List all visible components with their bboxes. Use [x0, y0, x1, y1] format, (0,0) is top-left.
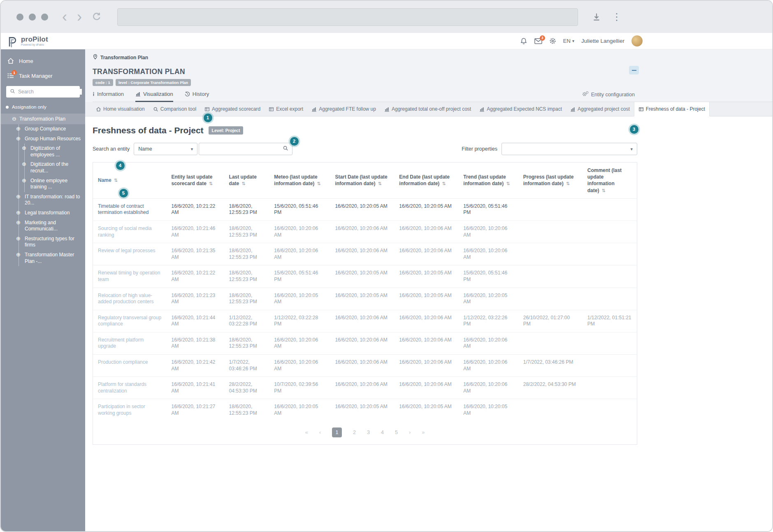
entity-name-link[interactable]: Participation in sector working groups	[93, 399, 166, 421]
sort-icon[interactable]: ⇅	[442, 181, 446, 186]
table-row[interactable]: Platform for standards centralization16/…	[93, 377, 637, 399]
subtab-home-visualisation[interactable]: Home visualisation	[92, 102, 149, 116]
bell-icon[interactable]	[520, 37, 527, 45]
expand-node-icon[interactable]: ⊕	[22, 145, 26, 152]
assignation-toggle[interactable]: Assignation only	[1, 101, 85, 113]
table-row[interactable]: Renewal timing by operation team16/6/202…	[93, 265, 637, 288]
entity-name-link[interactable]: Timetable of contract termination establ…	[93, 198, 166, 221]
column-header[interactable]: Start Date (last update information date…	[330, 163, 394, 198]
sidebar-item-home[interactable]: Home	[1, 53, 85, 68]
subtab-comparison-tool[interactable]: Comparison tool	[149, 102, 200, 116]
search-icon[interactable]	[283, 145, 288, 153]
expand-node-icon[interactable]: ⊕	[16, 193, 21, 200]
language-selector[interactable]: EN ▾	[563, 38, 574, 44]
entity-search-input[interactable]	[203, 146, 283, 152]
sidebar-item-task-manager[interactable]: 1 Task Manager	[1, 68, 85, 83]
tree-item[interactable]: ⊕Online employee training ...	[1, 176, 85, 192]
entity-name-link[interactable]: Renewal timing by operation team	[93, 265, 166, 288]
tree-item[interactable]: ⊕IT transformation: road to 20...	[1, 192, 85, 208]
table-row[interactable]: Regulatory transversal group compliance1…	[93, 310, 637, 332]
sort-icon[interactable]: ⇅	[209, 181, 213, 186]
column-header[interactable]: Meteo (last update information date)⇅	[269, 163, 330, 198]
expand-node-icon[interactable]: ⊕	[16, 125, 21, 132]
sort-icon[interactable]: ⇅	[601, 188, 605, 193]
tree-item[interactable]: ⊕Marketing and Communicati...	[1, 218, 85, 234]
filter-properties-select[interactable]: ▾	[501, 143, 637, 155]
first-page-button[interactable]: «	[305, 429, 308, 435]
propilot-logo[interactable]: proPilot Powered by dFakto	[7, 35, 48, 47]
sort-icon[interactable]: ⇅	[566, 181, 570, 186]
back-button[interactable]: ‹	[62, 11, 67, 23]
column-header[interactable]: Name⇅	[93, 163, 166, 198]
window-controls[interactable]	[16, 14, 48, 21]
entity-name-link[interactable]: Recruitment platform upgrade	[93, 332, 166, 354]
sort-icon[interactable]: ⇅	[506, 181, 510, 186]
table-row[interactable]: Sourcing of social media ranking16/6/202…	[93, 221, 637, 243]
last-page-button[interactable]: »	[422, 429, 425, 435]
expand-node-icon[interactable]: ⊕	[16, 235, 21, 242]
browser-menu-icon[interactable]: ⋮	[612, 12, 622, 22]
subtab-aggregated-fte-follow-up[interactable]: Aggregated FTE follow up	[307, 102, 380, 116]
expand-node-icon[interactable]: ⊕	[16, 135, 21, 142]
tab-information[interactable]: Information	[93, 91, 124, 102]
column-header[interactable]: Progress (last update information date)⇅	[518, 163, 583, 198]
next-page-button[interactable]: ›	[409, 429, 411, 435]
expand-node-icon[interactable]: ⊕	[16, 219, 21, 226]
page-button-4[interactable]: 4	[381, 430, 384, 435]
entity-name-link[interactable]: Review of legal processes	[93, 243, 166, 265]
tab-visualization[interactable]: Visualization	[135, 91, 173, 102]
column-header[interactable]: End Date (last update information date)⇅	[394, 163, 458, 198]
gear-icon[interactable]	[549, 37, 556, 44]
entity-search-box[interactable]	[199, 143, 292, 155]
table-row[interactable]: Participation in sector working groups16…	[93, 399, 637, 421]
table-row[interactable]: Timetable of contract termination establ…	[93, 198, 637, 221]
expand-node-icon[interactable]: ⊕	[22, 177, 26, 184]
collapse-node-icon[interactable]: ⊖	[12, 116, 16, 122]
tree-item[interactable]: ⊕Group Human Resources	[1, 134, 85, 144]
column-header[interactable]: Entity last update scorecard date⇅	[166, 163, 224, 198]
tree-item[interactable]: ⊕Digitization of employees ...	[1, 144, 85, 160]
mail-icon[interactable]: 3	[534, 38, 542, 44]
subtab-freshness-of-data-project[interactable]: Freshness of data - Project	[634, 102, 710, 116]
table-row[interactable]: Recruitment platform upgrade16/6/2020, 1…	[93, 332, 637, 354]
expand-node-icon[interactable]: ⊕	[22, 161, 26, 168]
entity-configuration-button[interactable]: Entity configuration	[582, 91, 635, 102]
entity-name-link[interactable]: Production compliance	[93, 355, 166, 377]
forward-button[interactable]: ›	[77, 11, 82, 23]
entity-name-link[interactable]: Platform for standards centralization	[93, 377, 166, 399]
page-button-5[interactable]: 5	[395, 430, 398, 435]
refresh-icon[interactable]	[92, 12, 102, 22]
column-header[interactable]: Last update date⇅	[224, 163, 269, 198]
tree-root-transformation-plan[interactable]: ⊖ Transformation Plan	[1, 114, 85, 124]
avatar[interactable]	[631, 35, 643, 46]
url-bar[interactable]	[117, 8, 578, 26]
page-button-1[interactable]: 1	[332, 427, 342, 437]
sort-icon[interactable]: ⇅	[114, 178, 118, 183]
entity-name-link[interactable]: Regulatory transversal group compliance	[93, 310, 166, 332]
prev-page-button[interactable]: ‹	[319, 429, 321, 435]
tree-item[interactable]: ⊕Group Compliance	[1, 124, 85, 134]
table-row[interactable]: Review of legal processes16/6/2020, 10:2…	[93, 243, 637, 265]
table-row[interactable]: Relocation of high value-added productio…	[93, 288, 637, 310]
subtab-aggregated-project-cost[interactable]: Aggregated project cost	[566, 102, 634, 116]
sort-icon[interactable]: ⇅	[317, 181, 320, 186]
tree-item[interactable]: ⊕Transformation Master Plan -...	[1, 250, 85, 266]
sort-icon[interactable]: ⇅	[378, 181, 381, 186]
page-button-3[interactable]: 3	[367, 430, 370, 435]
sidebar-search-input[interactable]	[18, 89, 82, 95]
collapse-panel-button[interactable]	[629, 66, 639, 74]
download-icon[interactable]	[592, 12, 601, 21]
breadcrumb[interactable]: Transformation Plan	[93, 54, 772, 61]
subtab-aggregated-expected-ncs-impact[interactable]: Aggregated Expected NCS impact	[475, 102, 566, 116]
tree-item[interactable]: ⊕Digitization of the recruit...	[1, 160, 85, 176]
expand-node-icon[interactable]: ⊕	[16, 251, 21, 258]
tree-item[interactable]: ⊕Restructuring types for firms	[1, 234, 85, 250]
column-header[interactable]: Trend (last update information date)⇅	[458, 163, 518, 198]
subtab-excel-export[interactable]: Excel export	[265, 102, 307, 116]
entity-name-link[interactable]: Relocation of high value-added productio…	[93, 288, 166, 310]
sidebar-search[interactable]	[6, 86, 80, 98]
page-button-2[interactable]: 2	[353, 430, 356, 435]
tree-item[interactable]: ⊕Legal transformation	[1, 208, 85, 218]
entity-name-link[interactable]: Sourcing of social media ranking	[93, 221, 166, 243]
table-row[interactable]: Production compliance16/6/2020, 10:21:42…	[93, 355, 637, 377]
